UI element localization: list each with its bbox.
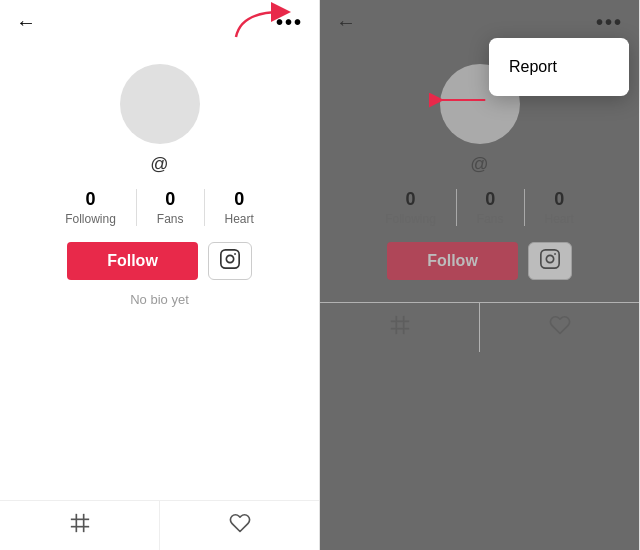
right-following-count: 0 xyxy=(405,189,415,210)
stat-fans: 0 Fans xyxy=(136,189,204,226)
svg-rect-7 xyxy=(541,250,559,268)
right-follow-button[interactable]: Follow xyxy=(387,242,518,280)
svg-point-9 xyxy=(554,253,556,255)
stat-heart: 0 Heart xyxy=(204,189,274,226)
dropdown-menu: Report xyxy=(489,38,629,96)
right-actions-row: Follow xyxy=(387,242,572,280)
fans-count: 0 xyxy=(165,189,175,210)
following-count: 0 xyxy=(85,189,95,210)
fans-label: Fans xyxy=(157,212,184,226)
heart-count: 0 xyxy=(234,189,244,210)
right-stat-heart: 0 Heart xyxy=(524,189,594,226)
heart-tab-icon xyxy=(229,512,251,540)
right-stats-row: 0 Following 0 Fans 0 Heart xyxy=(336,189,623,226)
heart-label: Heart xyxy=(225,212,254,226)
following-label: Following xyxy=(65,212,116,226)
right-stat-fans: 0 Fans xyxy=(456,189,524,226)
at-symbol: @ xyxy=(150,154,168,175)
right-stat-following: 0 Following xyxy=(365,189,456,226)
tab-grid[interactable] xyxy=(0,501,159,550)
right-back-button[interactable]: ← xyxy=(336,11,356,34)
right-instagram-icon xyxy=(539,248,561,274)
stat-following: 0 Following xyxy=(45,189,136,226)
right-tab-liked[interactable] xyxy=(479,303,639,352)
left-profile-section: @ 0 Following 0 Fans 0 Heart Follow xyxy=(0,44,319,337)
bio-text: No bio yet xyxy=(130,292,189,307)
right-grid-icon xyxy=(389,314,411,342)
right-instagram-button[interactable] xyxy=(528,242,572,280)
report-label: Report xyxy=(509,58,557,76)
right-bottom-tabs xyxy=(320,302,639,352)
left-top-nav: ← ••• xyxy=(0,0,319,44)
right-fans-count: 0 xyxy=(485,189,495,210)
stats-row: 0 Following 0 Fans 0 Heart xyxy=(16,189,303,226)
right-fans-label: Fans xyxy=(477,212,504,226)
right-tab-grid[interactable] xyxy=(320,303,479,352)
report-menu-item[interactable]: Report xyxy=(489,44,629,90)
actions-row: Follow xyxy=(67,242,252,280)
grid-icon xyxy=(69,512,91,540)
avatar xyxy=(120,64,200,144)
right-following-label: Following xyxy=(385,212,436,226)
report-arrow-annotation xyxy=(429,80,489,124)
svg-point-1 xyxy=(226,255,233,262)
right-heart-count: 0 xyxy=(554,189,564,210)
more-button[interactable]: ••• xyxy=(276,11,303,34)
tab-liked[interactable] xyxy=(159,501,319,550)
svg-point-2 xyxy=(234,253,236,255)
right-more-button[interactable]: ••• xyxy=(596,11,623,34)
right-heart-label: Heart xyxy=(545,212,574,226)
right-at-symbol: @ xyxy=(470,154,488,175)
instagram-icon xyxy=(219,248,241,275)
instagram-button[interactable] xyxy=(208,242,252,280)
left-bottom-tabs xyxy=(0,500,319,550)
back-button[interactable]: ← xyxy=(16,11,36,34)
svg-rect-0 xyxy=(221,249,239,267)
left-panel: ← ••• @ 0 Following 0 Fans 0 Heart Follo… xyxy=(0,0,320,550)
svg-point-8 xyxy=(546,255,553,262)
right-heart-tab-icon xyxy=(549,314,571,342)
right-panel: ← ••• @ 0 Following 0 Fans 0 Heart xyxy=(320,0,640,550)
follow-button[interactable]: Follow xyxy=(67,242,198,280)
